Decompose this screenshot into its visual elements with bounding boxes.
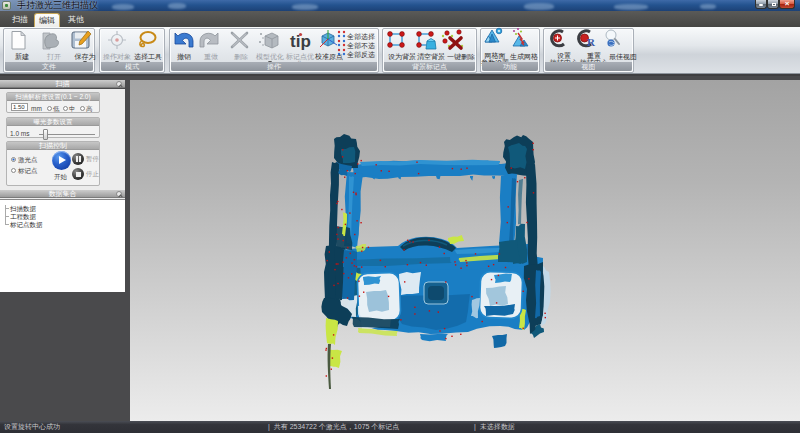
svg-text:R: R bbox=[587, 36, 596, 48]
